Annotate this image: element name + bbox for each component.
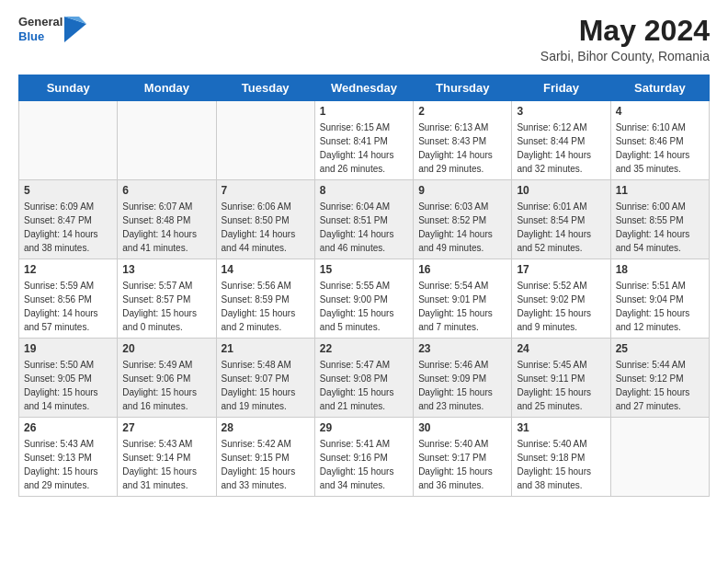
day-info: Sunrise: 5:43 AMSunset: 9:14 PMDaylight:…: [122, 437, 210, 492]
day-info: Sunrise: 5:52 AMSunset: 9:02 PMDaylight:…: [517, 279, 605, 334]
day-number: 17: [517, 263, 605, 276]
calendar-cell: 9Sunrise: 6:03 AMSunset: 8:52 PMDaylight…: [414, 180, 512, 259]
subtitle: Sarbi, Bihor County, Romania: [540, 49, 710, 63]
day-info: Sunrise: 5:55 AMSunset: 9:00 PMDaylight:…: [320, 279, 408, 334]
page: General Blue May 2024 Sarbi, Bihor Count…: [0, 0, 728, 515]
calendar-cell: 24Sunrise: 5:45 AMSunset: 9:11 PMDayligh…: [512, 339, 610, 418]
day-info: Sunrise: 5:57 AMSunset: 8:57 PMDaylight:…: [122, 279, 210, 334]
day-info: Sunrise: 5:40 AMSunset: 9:17 PMDaylight:…: [418, 437, 506, 492]
day-number: 30: [418, 421, 506, 434]
day-of-week-header: Tuesday: [216, 75, 314, 101]
day-of-week-header: Sunday: [19, 75, 118, 101]
day-info: Sunrise: 5:49 AMSunset: 9:06 PMDaylight:…: [122, 358, 210, 413]
calendar-header-row: SundayMondayTuesdayWednesdayThursdayFrid…: [19, 75, 710, 101]
calendar-cell: 22Sunrise: 5:47 AMSunset: 9:08 PMDayligh…: [314, 339, 413, 418]
calendar-cell: 21Sunrise: 5:48 AMSunset: 9:07 PMDayligh…: [216, 339, 314, 418]
logo-general: General: [18, 15, 63, 29]
calendar-cell: 19Sunrise: 5:50 AMSunset: 9:05 PMDayligh…: [19, 339, 118, 418]
day-info: Sunrise: 5:48 AMSunset: 9:07 PMDaylight:…: [222, 358, 310, 413]
title-block: May 2024 Sarbi, Bihor County, Romania: [540, 15, 710, 63]
calendar-cell: 23Sunrise: 5:46 AMSunset: 9:09 PMDayligh…: [414, 339, 512, 418]
day-number: 29: [320, 421, 408, 434]
day-info: Sunrise: 5:44 AMSunset: 9:12 PMDaylight:…: [616, 358, 704, 413]
calendar-cell: 2Sunrise: 6:13 AMSunset: 8:43 PMDaylight…: [414, 101, 512, 180]
day-info: Sunrise: 5:50 AMSunset: 9:05 PMDaylight:…: [24, 358, 112, 413]
calendar-cell: 28Sunrise: 5:42 AMSunset: 9:15 PMDayligh…: [216, 418, 314, 497]
day-number: 26: [24, 421, 112, 434]
day-number: 31: [517, 421, 605, 434]
day-number: 7: [222, 184, 310, 197]
calendar-cell: 12Sunrise: 5:59 AMSunset: 8:56 PMDayligh…: [19, 259, 118, 339]
day-number: 10: [517, 184, 605, 197]
day-number: 27: [122, 421, 210, 434]
day-info: Sunrise: 6:01 AMSunset: 8:54 PMDaylight:…: [517, 200, 605, 255]
calendar-cell: 16Sunrise: 5:54 AMSunset: 9:01 PMDayligh…: [414, 259, 512, 339]
day-info: Sunrise: 6:10 AMSunset: 8:46 PMDaylight:…: [616, 121, 704, 176]
day-number: 11: [616, 184, 704, 197]
day-info: Sunrise: 5:40 AMSunset: 9:18 PMDaylight:…: [517, 437, 605, 492]
day-number: 18: [616, 263, 704, 276]
calendar-cell: 27Sunrise: 5:43 AMSunset: 9:14 PMDayligh…: [118, 418, 216, 497]
day-number: 3: [517, 105, 605, 118]
calendar-cell: [19, 101, 118, 180]
svg-marker-0: [64, 17, 86, 42]
day-info: Sunrise: 6:15 AMSunset: 8:41 PMDaylight:…: [320, 121, 408, 176]
day-info: Sunrise: 5:42 AMSunset: 9:15 PMDaylight:…: [222, 437, 310, 492]
calendar-cell: 10Sunrise: 6:01 AMSunset: 8:54 PMDayligh…: [512, 180, 610, 259]
day-info: Sunrise: 6:06 AMSunset: 8:50 PMDaylight:…: [222, 200, 310, 255]
calendar-cell: 13Sunrise: 5:57 AMSunset: 8:57 PMDayligh…: [118, 259, 216, 339]
calendar-cell: 6Sunrise: 6:07 AMSunset: 8:48 PMDaylight…: [118, 180, 216, 259]
day-of-week-header: Monday: [118, 75, 216, 101]
day-info: Sunrise: 5:59 AMSunset: 8:56 PMDaylight:…: [24, 279, 112, 334]
day-of-week-header: Friday: [512, 75, 610, 101]
day-number: 24: [517, 342, 605, 355]
logo-text: General Blue: [18, 15, 63, 43]
day-info: Sunrise: 5:46 AMSunset: 9:09 PMDaylight:…: [418, 358, 506, 413]
calendar-cell: 26Sunrise: 5:43 AMSunset: 9:13 PMDayligh…: [19, 418, 118, 497]
calendar-cell: 17Sunrise: 5:52 AMSunset: 9:02 PMDayligh…: [512, 259, 610, 339]
day-number: 20: [122, 342, 210, 355]
day-number: 14: [222, 263, 310, 276]
day-number: 22: [320, 342, 408, 355]
calendar-row: 12Sunrise: 5:59 AMSunset: 8:56 PMDayligh…: [19, 259, 710, 339]
month-title: May 2024: [540, 15, 710, 47]
calendar-cell: [118, 101, 216, 180]
calendar-cell: 3Sunrise: 6:12 AMSunset: 8:44 PMDaylight…: [512, 101, 610, 180]
calendar-cell: 8Sunrise: 6:04 AMSunset: 8:51 PMDaylight…: [314, 180, 413, 259]
calendar-cell: 18Sunrise: 5:51 AMSunset: 9:04 PMDayligh…: [610, 259, 709, 339]
calendar-row: 26Sunrise: 5:43 AMSunset: 9:13 PMDayligh…: [19, 418, 710, 497]
calendar-cell: 31Sunrise: 5:40 AMSunset: 9:18 PMDayligh…: [512, 418, 610, 497]
calendar-cell: 7Sunrise: 6:06 AMSunset: 8:50 PMDaylight…: [216, 180, 314, 259]
calendar-cell: 30Sunrise: 5:40 AMSunset: 9:17 PMDayligh…: [414, 418, 512, 497]
day-number: 19: [24, 342, 112, 355]
calendar-row: 5Sunrise: 6:09 AMSunset: 8:47 PMDaylight…: [19, 180, 710, 259]
day-number: 25: [616, 342, 704, 355]
day-number: 9: [418, 184, 506, 197]
day-number: 5: [24, 184, 112, 197]
day-number: 28: [222, 421, 310, 434]
day-number: 8: [320, 184, 408, 197]
calendar-cell: 5Sunrise: 6:09 AMSunset: 8:47 PMDaylight…: [19, 180, 118, 259]
calendar-cell: 14Sunrise: 5:56 AMSunset: 8:59 PMDayligh…: [216, 259, 314, 339]
logo-icon: [64, 17, 86, 42]
day-info: Sunrise: 5:45 AMSunset: 9:11 PMDaylight:…: [517, 358, 605, 413]
day-info: Sunrise: 5:41 AMSunset: 9:16 PMDaylight:…: [320, 437, 408, 492]
day-info: Sunrise: 6:09 AMSunset: 8:47 PMDaylight:…: [24, 200, 112, 255]
day-number: 1: [320, 105, 408, 118]
day-number: 13: [122, 263, 210, 276]
day-number: 21: [222, 342, 310, 355]
day-info: Sunrise: 5:54 AMSunset: 9:01 PMDaylight:…: [418, 279, 506, 334]
day-number: 2: [418, 105, 506, 118]
header: General Blue May 2024 Sarbi, Bihor Count…: [18, 15, 710, 63]
day-info: Sunrise: 6:04 AMSunset: 8:51 PMDaylight:…: [320, 200, 408, 255]
day-number: 16: [418, 263, 506, 276]
day-info: Sunrise: 6:12 AMSunset: 8:44 PMDaylight:…: [517, 121, 605, 176]
day-info: Sunrise: 5:51 AMSunset: 9:04 PMDaylight:…: [616, 279, 704, 334]
logo: General Blue: [18, 15, 86, 43]
calendar-cell: 20Sunrise: 5:49 AMSunset: 9:06 PMDayligh…: [118, 339, 216, 418]
calendar-cell: [610, 418, 709, 497]
day-info: Sunrise: 6:07 AMSunset: 8:48 PMDaylight:…: [122, 200, 210, 255]
day-number: 23: [418, 342, 506, 355]
day-number: 12: [24, 263, 112, 276]
day-info: Sunrise: 6:13 AMSunset: 8:43 PMDaylight:…: [418, 121, 506, 176]
